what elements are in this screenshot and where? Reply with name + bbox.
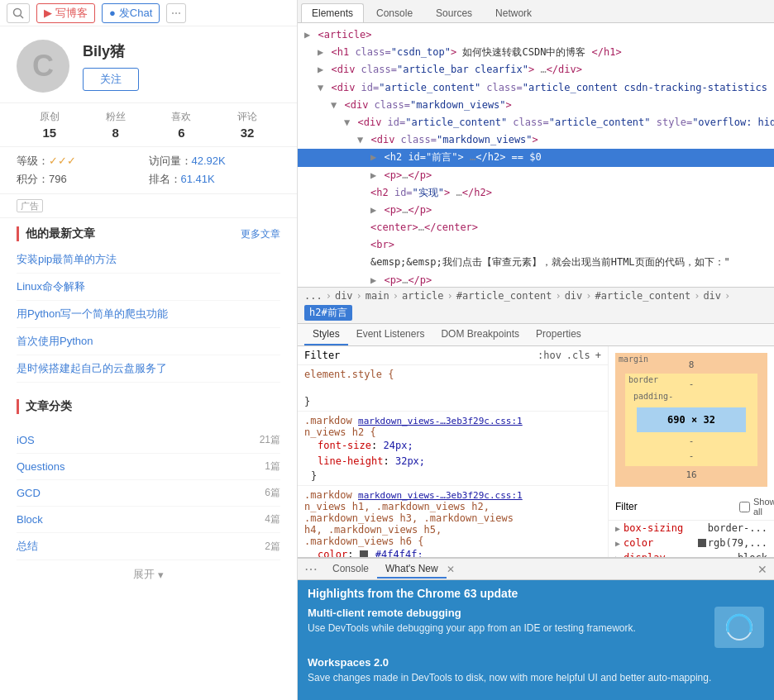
article-item[interactable]: 是时候搭建起自己的云盘服务了 <box>17 355 280 383</box>
tab-console[interactable]: Console <box>366 3 423 22</box>
computed-filter-input[interactable] <box>615 501 739 512</box>
rank-value: 61.41K <box>181 173 215 185</box>
computed-prop-box-sizing[interactable]: ▶ box-sizing border-... <box>609 521 774 536</box>
category-item-summary: 总结 2篇 <box>17 533 280 560</box>
tree-line[interactable]: ▼ <div class="markdown_views"> <box>298 97 774 114</box>
search-button[interactable] <box>7 3 30 23</box>
article-item[interactable]: 首次使用Python <box>17 328 280 355</box>
css-close-brace: } <box>304 470 601 482</box>
thumb-image <box>717 609 762 646</box>
level-info: 等级：✓✓✓ 访问量：42.92K 积分：796 排名：61.41K <box>0 147 297 194</box>
write-blog-button[interactable]: ▶ 写博客 <box>36 3 95 23</box>
subtab-event-listeners[interactable]: Event Listeners <box>348 324 433 345</box>
article-item[interactable]: 用Python写一个简单的爬虫功能 <box>17 301 280 328</box>
computed-filter: Show all <box>609 493 774 521</box>
tree-line[interactable]: <br> <box>298 236 774 254</box>
css-rules-panel: :hov .cls + element.style { } .markdow m… <box>298 346 609 557</box>
tree-line[interactable]: ▶ <h1 class="csdn_top"> 如何快速转载CSDN中的博客 <… <box>298 44 774 61</box>
computed-prop-color[interactable]: ▶ color rgb(79,... <box>609 536 774 550</box>
expand-button[interactable]: 展开 ▾ <box>0 560 297 588</box>
prop-value: rgb(79,... <box>708 537 767 549</box>
margin-label: margin <box>619 355 648 364</box>
subtab-styles[interactable]: Styles <box>304 324 348 345</box>
breadcrumb-ellipsis[interactable]: ... <box>304 290 322 302</box>
sub-tab-bar: Styles Event Listeners DOM Breakpoints P… <box>298 324 774 346</box>
profile-name: Bily猪 <box>83 41 139 61</box>
console-close-button[interactable]: ✕ <box>757 563 767 576</box>
css-selector: element.style { <box>304 369 601 380</box>
articles-more-link[interactable]: 更多文章 <box>241 227 280 241</box>
tab-sources[interactable]: Sources <box>425 3 483 22</box>
tree-line[interactable]: ▶ <p>…</p> <box>298 202 774 219</box>
prop-name: color <box>624 537 696 549</box>
tree-line[interactable]: <h2 id="实现"> …</h2> <box>298 184 774 202</box>
tree-line[interactable]: ▼ <div id="article_content" class="artic… <box>298 114 774 131</box>
console-item-workspaces: Workspaces 2.0 Save changes made in DevT… <box>308 656 764 685</box>
computed-prop-display[interactable]: ▶ display block <box>609 550 774 557</box>
article-item[interactable]: Linux命令解释 <box>17 274 280 301</box>
tree-line[interactable]: ▶ <p>…</p> <box>298 167 774 184</box>
follow-button[interactable]: 关注 <box>83 68 139 91</box>
category-name-questions[interactable]: Questions <box>17 460 65 473</box>
visit-value: 42.92K <box>192 155 226 167</box>
css-source-link[interactable]: markdown_views-…3eb3f29c.css:1 <box>358 490 523 501</box>
css-selector: .markdow markdown_views-…3eb3f29c.css:1 <box>304 415 601 426</box>
tree-line[interactable]: ▼ <div id="article_content" class="artic… <box>298 79 774 97</box>
breadcrumb-div3[interactable]: div <box>703 290 721 302</box>
tab-close-icon[interactable]: ✕ <box>447 564 455 575</box>
category-name-block[interactable]: Block <box>17 513 43 526</box>
expand-arrow-icon: ▶ <box>615 539 620 548</box>
show-all-checkbox[interactable] <box>739 502 750 512</box>
subtab-dom-breakpoints[interactable]: DOM Breakpoints <box>432 324 528 345</box>
category-name-gcd[interactable]: GCD <box>17 487 41 499</box>
tree-line[interactable]: &emsp;&emsp;我们点击【审查元素】，就会出现当前HTML页面的代码，如… <box>298 254 774 271</box>
chat-icon: ● <box>109 7 116 19</box>
color-swatch <box>698 539 706 547</box>
tree-line[interactable]: <center>…</center> <box>298 219 774 236</box>
tree-line[interactable]: ▶ <p>…</p> <box>298 272 774 288</box>
tree-line-selected[interactable]: ▶ <h2 id="前言"> …</h2> == $0 <box>298 149 774 166</box>
category-name-summary[interactable]: 总结 <box>17 539 38 554</box>
console-tab-whatsnew[interactable]: What's New <box>377 560 447 579</box>
chevron-down-icon: ▾ <box>158 569 164 581</box>
devtools-tab-bar: Elements Console Sources Network <box>298 0 774 23</box>
chat-button[interactable]: ● 发Chat <box>102 3 160 23</box>
avatar: C <box>17 40 69 93</box>
category-item-ios: iOS 21篇 <box>17 427 280 454</box>
expand-label: 展开 <box>133 567 155 582</box>
tab-network[interactable]: Network <box>485 3 542 22</box>
search-icon <box>12 7 24 19</box>
breadcrumb-main[interactable]: main <box>366 290 389 302</box>
hov-button[interactable]: :hov <box>538 350 561 361</box>
console-tab-console[interactable]: Console <box>324 560 377 579</box>
css-rule-markdown-headings: .markdow markdown_views-…3eb3f29c.css:1 … <box>298 486 608 558</box>
tab-elements[interactable]: Elements <box>301 3 364 22</box>
category-item-questions: Questions 1篇 <box>17 454 280 480</box>
stats-row: 原创 15 粉丝 8 喜欢 6 评论 32 <box>0 102 297 147</box>
breadcrumb-article-content[interactable]: #article_content <box>456 290 552 302</box>
breadcrumb-h2-active[interactable]: h2#前言 <box>304 305 352 321</box>
tree-line[interactable]: ▶ <div class="article_bar clearfix"> …</… <box>298 61 774 79</box>
tree-line[interactable]: ▶ <article> <box>298 26 774 44</box>
tree-line[interactable]: ▼ <div class="markdown_views"> <box>298 131 774 149</box>
breadcrumb-article-content2[interactable]: #article_content <box>595 290 691 302</box>
more-button[interactable]: ⋯ <box>166 3 186 23</box>
show-all-checkbox-container: Show all <box>739 497 774 517</box>
breadcrumb-div2[interactable]: div <box>565 290 583 302</box>
css-filter-input[interactable] <box>304 350 531 361</box>
category-name-ios[interactable]: iOS <box>17 434 35 446</box>
stat-likes-value: 6 <box>178 126 184 140</box>
breadcrumb-div1[interactable]: div <box>335 290 353 302</box>
breadcrumb-article[interactable]: article <box>402 290 444 302</box>
ad-label: 广告 <box>17 199 43 212</box>
article-item[interactable]: 安装pip最简单的方法 <box>17 246 280 274</box>
subtab-properties[interactable]: Properties <box>528 324 590 345</box>
category-count-gcd: 6篇 <box>265 486 280 500</box>
css-source-link[interactable]: markdown_views-…3eb3f29c.css:1 <box>358 416 523 426</box>
html-tree: ▶ <article> ▶ <h1 class="csdn_top"> 如何快速… <box>298 23 774 288</box>
cls-button[interactable]: .cls <box>566 350 590 361</box>
add-style-button[interactable]: + <box>595 350 601 361</box>
console-dots-icon[interactable]: ⋯ <box>304 561 318 577</box>
prop-name: box-sizing <box>624 522 708 534</box>
content-box: 690 × 32 <box>637 407 746 432</box>
